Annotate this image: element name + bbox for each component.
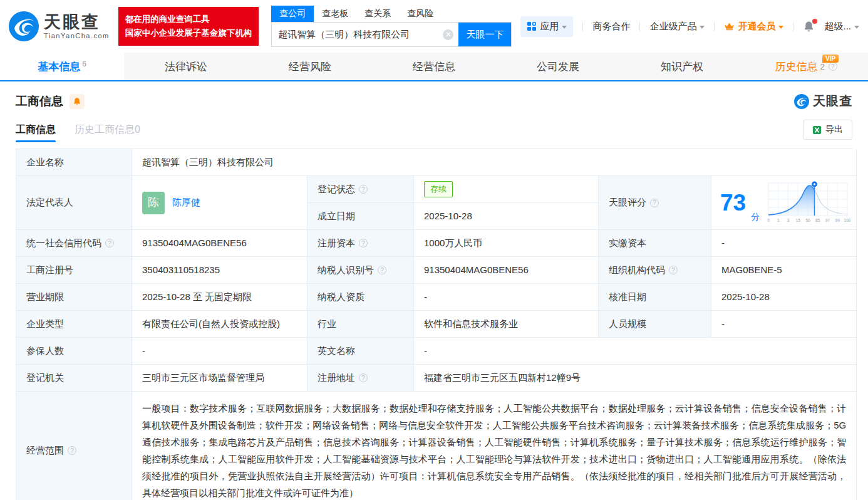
tab-label: 经营风险 — [289, 60, 331, 74]
field-value-org-code: MAG0BENE-5 — [711, 257, 857, 284]
header-nav: 应用 商务合作 企业级产品 开通会员 — [520, 16, 859, 37]
export-label: 导出 — [825, 124, 843, 135]
field-value-taxpayer-quality: - — [414, 284, 599, 311]
field-value-reg-authority: 三明市三元区市场监督管理局 — [132, 365, 307, 392]
field-label-legal-rep: 法定代表人 — [16, 176, 132, 230]
field-value-reg-no: 350403110518235 — [132, 257, 307, 284]
nav-cooperation-label: 商务合作 — [592, 21, 630, 33]
export-button[interactable]: 导出 — [803, 120, 852, 140]
divider — [582, 22, 583, 31]
tab-count: 2 — [820, 62, 824, 71]
svg-text:99: 99 — [835, 218, 840, 222]
help-icon[interactable]: ? — [68, 446, 76, 455]
tab-legal[interactable]: 法律诉讼 — [124, 53, 248, 80]
field-label-score: 天眼评分? — [599, 176, 711, 230]
nav-apps-label: 应用 — [540, 21, 559, 33]
field-value-english-name: - — [414, 338, 857, 365]
field-value-uscc: 91350404MAG0BENE56 — [132, 230, 307, 257]
nav-vip[interactable]: 开通会员 — [724, 21, 783, 33]
svg-text:100: 100 — [844, 218, 851, 222]
tab-label: 基本信息 — [38, 60, 80, 74]
slogan-line2: 国家中小企业发展子基金旗下机构 — [125, 26, 252, 40]
nav-user[interactable]: 超级... — [824, 21, 859, 33]
sub-tab-row: 工商信息 历史工商信息0 导出 — [16, 120, 852, 142]
search-button[interactable]: 天眼一下 — [458, 23, 511, 46]
field-label-est-date: 成立日期 — [307, 203, 414, 230]
field-value-legal-rep: 陈 陈厚健 — [132, 176, 307, 230]
field-label-reg-capital: 注册资本? — [307, 230, 414, 257]
logo-domain: TianYanCha.com — [44, 32, 110, 39]
svg-text:15: 15 — [796, 218, 801, 222]
help-icon[interactable]: ? — [105, 239, 114, 247]
status-badge: 存续 — [424, 181, 453, 197]
svg-text:85: 85 — [815, 218, 820, 222]
apps-grid-icon — [527, 21, 537, 31]
bell-icon — [73, 97, 81, 106]
svg-text:50: 50 — [806, 218, 811, 222]
search-tab-boss[interactable]: 查老板 — [314, 6, 356, 22]
nav-enterprise[interactable]: 企业级产品 — [649, 21, 705, 33]
slogan-line1: 都在用的商业查询工具 — [125, 13, 252, 26]
field-label-company-name: 企业名称 — [16, 149, 132, 176]
nav-vip-label: 开通会员 — [738, 21, 775, 33]
help-icon[interactable]: ? — [650, 199, 659, 207]
legal-rep-link[interactable]: 陈厚健 — [172, 195, 200, 210]
tab-intellectual-property[interactable]: 知识产权 — [620, 53, 744, 80]
search-input[interactable] — [272, 23, 443, 46]
help-icon[interactable]: ? — [669, 266, 678, 274]
field-label-reg-status: 登记状态? — [307, 176, 414, 203]
field-value-company-type: 有限责任公司(自然人投资或控股) — [132, 311, 307, 338]
score-value: 73 — [720, 191, 746, 214]
logo-brand: 天眼查 — [44, 13, 110, 31]
search-tabs: 查公司 查老板 查关系 查风险 — [271, 6, 512, 22]
tab-label: 历史信息 — [775, 60, 817, 74]
search-tab-company[interactable]: 查公司 — [271, 6, 314, 22]
tianyancha-watermark: 天眼查 — [794, 93, 852, 110]
nav-apps[interactable]: 应用 — [520, 16, 573, 37]
tab-company-development[interactable]: 公司发展 — [496, 53, 620, 80]
tab-label: 知识产权 — [661, 60, 703, 74]
field-value-industry: 软件和信息技术服务业 — [414, 311, 599, 338]
divider — [793, 22, 793, 31]
subscribe-bell-button[interactable] — [70, 94, 85, 109]
tianyancha-logo[interactable]: 天眼查 TianYanCha.com — [9, 11, 110, 41]
clear-icon[interactable]: ✕ — [443, 29, 453, 40]
tab-operation-risk[interactable]: 经营风险 — [248, 53, 372, 80]
nav-cooperation[interactable]: 商务合作 — [592, 21, 630, 33]
help-icon[interactable]: ? — [829, 62, 837, 71]
score-axis-labels: 0 1 3 15 50 85 97 99 100 — [767, 218, 851, 222]
search-tab-relation[interactable]: 查关系 — [356, 6, 399, 22]
section-header: 工商信息 天眼查 — [16, 93, 852, 110]
svg-text:0: 0 — [767, 218, 770, 222]
help-icon[interactable]: ? — [359, 239, 368, 247]
business-info-table: 企业名称 超讯智算（三明）科技有限公司 法定代表人 陈 陈厚健 登记状态? 存续… — [16, 148, 852, 500]
field-label-reg-no: 工商注册号 — [16, 257, 132, 284]
field-value-est-date: 2025-10-28 — [414, 203, 599, 230]
search-tab-risk[interactable]: 查风险 — [399, 6, 442, 22]
tab-label: 公司发展 — [537, 60, 579, 74]
search-box: ✕ 天眼一下 — [271, 22, 512, 47]
content: 工商信息 天眼查 工商信息 历史工商信息0 — [0, 93, 868, 500]
tab-count: 6 — [82, 60, 86, 68]
svg-text:3: 3 — [787, 218, 790, 222]
tab-basic-info[interactable]: 基本信息6 — [0, 53, 124, 80]
field-value-reg-status: 存续 — [414, 176, 599, 203]
subtab-business-info[interactable]: 工商信息 — [16, 123, 56, 142]
slogan-banner: 都在用的商业查询工具 国家中小企业发展子基金旗下机构 — [118, 7, 259, 45]
field-value-taxpayer-id: 91350404MAG0BENE56 — [414, 257, 599, 284]
field-value-biz-scope: 一般项目：数字技术服务；互联网数据服务；大数据服务；数据处理和存储支持服务；人工… — [132, 392, 857, 500]
field-label-taxpayer-id: 纳税人识别号? — [307, 257, 414, 284]
help-icon[interactable]: ? — [378, 266, 386, 274]
main-tabstrip: 基本信息6 法律诉讼 经营风险 经营信息 公司发展 知识产权 历史信息 2 ? … — [0, 53, 868, 81]
subtab-history-business-info[interactable]: 历史工商信息0 — [75, 123, 140, 142]
tab-history-info[interactable]: 历史信息 2 ? VIP — [744, 53, 868, 80]
tab-operation-info[interactable]: 经营信息 — [372, 53, 496, 80]
field-value-company-name: 超讯智算（三明）科技有限公司 — [132, 149, 857, 176]
field-label-biz-term: 营业期限 — [16, 284, 132, 311]
notifications-bell[interactable] — [803, 21, 815, 33]
field-label-uscc: 统一社会信用代码? — [16, 230, 132, 257]
help-icon[interactable]: ? — [359, 373, 368, 382]
field-label-reg-authority: 登记机关 — [16, 365, 132, 392]
watermark-text: 天眼查 — [813, 93, 852, 110]
help-icon[interactable]: ? — [359, 185, 368, 194]
